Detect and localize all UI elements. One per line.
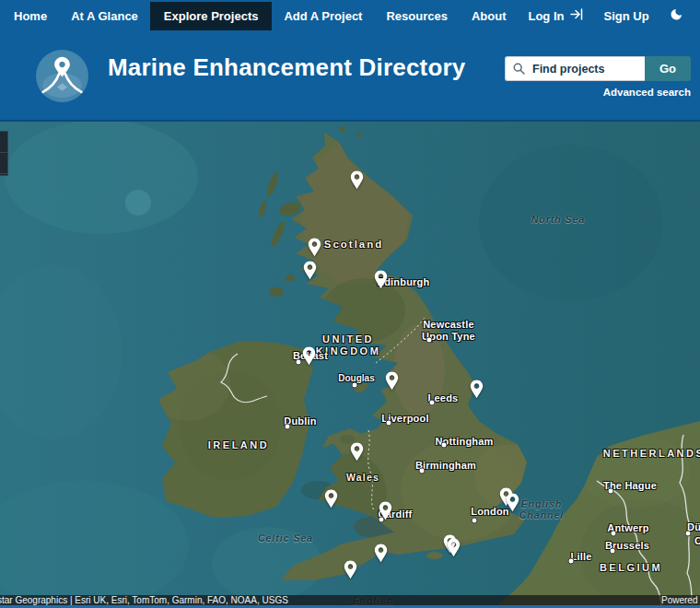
nav-right: Log In Sign Up	[518, 0, 693, 31]
map-pin[interactable]	[350, 442, 364, 462]
map-pin[interactable]	[470, 380, 484, 399]
map-pin-waves-logo-icon	[36, 89, 88, 105]
search-box	[505, 56, 645, 81]
page: HomeAt A GlanceExplore ProjectsAdd A Pro…	[0, 0, 700, 608]
nav-left: HomeAt A GlanceExplore ProjectsAdd A Pro…	[2, 2, 518, 30]
zoom-control-partial[interactable]	[0, 131, 8, 176]
map-attribution: star Geographics | Esri UK, Esri, TomTom…	[0, 595, 700, 605]
nav-item-resources[interactable]: Resources	[374, 2, 459, 30]
dark-mode-toggle[interactable]	[659, 0, 694, 31]
nav-item-add-a-project[interactable]: Add A Project	[272, 2, 374, 30]
map-pin[interactable]	[506, 493, 519, 512]
map-pin[interactable]	[374, 270, 388, 289]
nav-item-home[interactable]: Home	[2, 2, 59, 30]
map-pin[interactable]	[374, 544, 388, 563]
top-nav: HomeAt A GlanceExplore ProjectsAdd A Pro…	[0, 0, 700, 31]
advanced-search-link[interactable]: Advanced search	[505, 87, 691, 98]
search-input[interactable]	[531, 62, 639, 76]
map-pins-layer	[0, 122, 700, 608]
nav-item-about[interactable]: About	[460, 2, 519, 30]
nav-login[interactable]: Log In	[518, 1, 593, 30]
map-pin[interactable]	[344, 560, 357, 579]
map-pin[interactable]	[447, 538, 461, 557]
map-pin[interactable]	[324, 489, 338, 509]
login-label: Log In	[528, 9, 564, 23]
map-canvas[interactable]: ScotlandUNITED KINGDOMIRELANDWalesNETHER…	[0, 122, 700, 608]
login-icon	[570, 8, 583, 23]
map-pin[interactable]	[385, 371, 399, 391]
map-pin[interactable]	[308, 238, 321, 257]
nav-item-explore-projects[interactable]: Explore Projects	[150, 2, 273, 30]
go-button[interactable]: Go	[645, 56, 691, 81]
site-header: Marine Enhancement Directory Go Advanced…	[0, 31, 700, 122]
search-area: Go Advanced search	[505, 56, 691, 98]
nav-item-at-a-glance[interactable]: At A Glance	[59, 2, 150, 30]
attribution-text: star Geographics | Esri UK, Esri, TomTom…	[0, 595, 288, 605]
map-pin[interactable]	[302, 346, 316, 366]
page-title: Marine Enhancement Directory	[108, 53, 466, 82]
search-icon	[513, 63, 525, 75]
nav-signup[interactable]: Sign Up	[593, 2, 659, 30]
powered-by-text: Powered by Esri	[661, 595, 700, 605]
map-pin[interactable]	[379, 501, 392, 520]
map-pin[interactable]	[350, 170, 364, 190]
crescent-moon-icon	[670, 7, 683, 24]
site-logo[interactable]	[36, 50, 88, 102]
map-pin[interactable]	[303, 261, 317, 280]
